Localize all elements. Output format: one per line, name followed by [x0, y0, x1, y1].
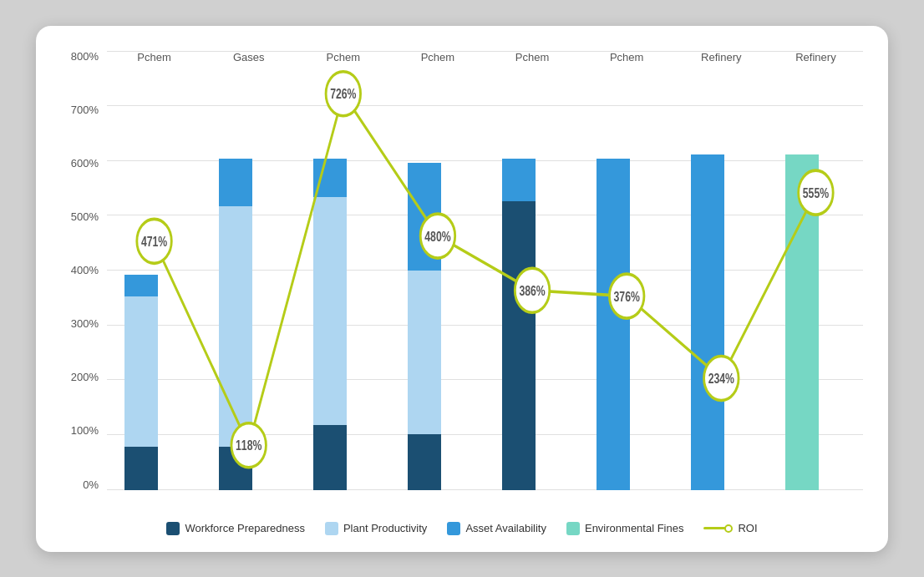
- legend-color-swatch: [447, 522, 460, 535]
- y-axis-label: 100%: [71, 425, 99, 436]
- bar-segment-assetAvailability: [219, 159, 252, 206]
- y-axis-label: 600%: [71, 158, 99, 169]
- bars-row: [107, 51, 863, 490]
- y-axis-label: 700%: [71, 104, 99, 115]
- chart-area: 0%100%200%300%400%500%600%700%800% 471%1…: [61, 51, 863, 514]
- bar-group: [785, 154, 845, 490]
- legend-color-swatch: [566, 522, 580, 535]
- y-axis-label: 0%: [83, 479, 99, 490]
- legend-label: Environmental Fines: [585, 522, 684, 534]
- legend: Workforce PreparednessPlant Productivity…: [61, 514, 863, 535]
- bar-segment-assetAvailability: [691, 154, 724, 490]
- y-axis: 0%100%200%300%400%500%600%700%800%: [61, 51, 107, 514]
- legend-line-dot: [724, 524, 733, 533]
- legend-label: Workforce Preparedness: [185, 522, 305, 534]
- legend-label: Asset Availability: [465, 522, 546, 534]
- bar-segment-assetAvailability: [597, 159, 630, 490]
- bar-segment-plantProductivity: [124, 296, 158, 447]
- bar-group: [691, 154, 751, 490]
- y-axis-label: 200%: [71, 372, 99, 382]
- legend-label: Plant Productivity: [343, 522, 427, 534]
- legend-label: ROI: [738, 522, 757, 534]
- bar-segment-assetAvailability: [313, 159, 347, 197]
- bar-segment-assetAvailability: [408, 163, 441, 271]
- bar-group: [219, 159, 279, 490]
- bar-segment-workforce: [313, 425, 347, 489]
- bar-segment-plantProductivity: [219, 206, 252, 447]
- y-axis-label: 500%: [71, 211, 99, 222]
- bar-group: [502, 159, 562, 490]
- legend-item: Asset Availability: [447, 522, 546, 535]
- bar-segment-workforce: [408, 434, 441, 490]
- legend-color-swatch: [325, 522, 338, 535]
- legend-item: Environmental Fines: [566, 522, 684, 535]
- bar-segment-plantProductivity: [313, 197, 347, 425]
- bar-group: [597, 159, 657, 490]
- bar-group: [124, 275, 185, 490]
- legend-color-swatch: [166, 522, 180, 535]
- chart-card: 0%100%200%300%400%500%600%700%800% 471%1…: [36, 26, 888, 552]
- legend-item: Workforce Preparedness: [166, 522, 305, 535]
- bar-group: [313, 159, 373, 490]
- y-axis-label: 400%: [71, 265, 99, 276]
- legend-item: ROI: [703, 522, 757, 534]
- legend-item: Plant Productivity: [325, 522, 427, 535]
- plot-area: 471%118%726%480%386%376%234%555% PchemGa…: [107, 51, 863, 514]
- bar-group: [408, 163, 468, 489]
- bar-segment-assetAvailability: [124, 275, 158, 296]
- y-axis-label: 800%: [71, 51, 99, 62]
- bar-segment-envFines: [785, 154, 819, 490]
- bar-segment-workforce: [219, 447, 252, 490]
- y-axis-label: 300%: [71, 318, 99, 329]
- bar-segment-plantProductivity: [408, 271, 441, 434]
- bar-segment-workforce: [124, 447, 158, 490]
- bar-segment-assetAvailability: [502, 159, 536, 202]
- bar-segment-workforce: [502, 201, 536, 489]
